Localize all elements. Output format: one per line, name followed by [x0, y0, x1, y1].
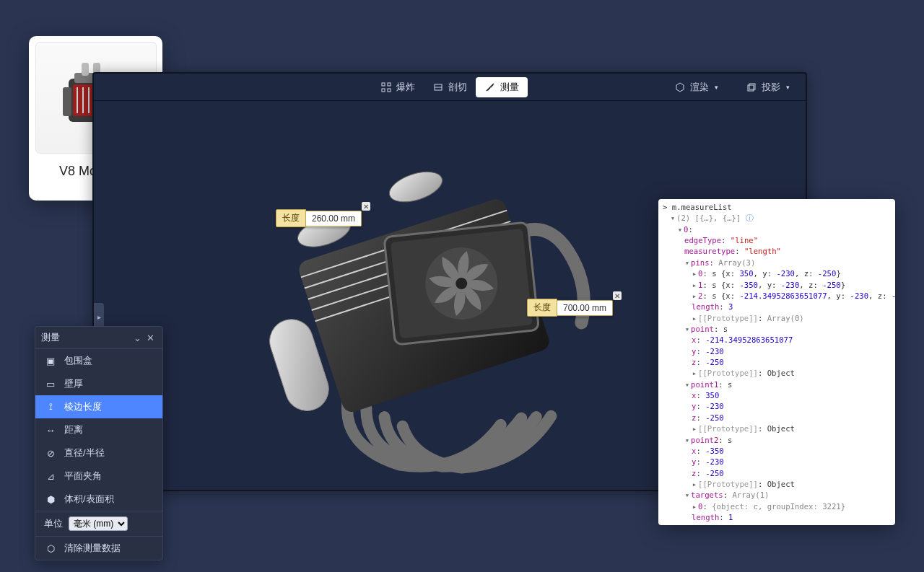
measure-option-radius[interactable]: ⊘直径/半径	[35, 441, 162, 465]
measure-option-label: 直径/半径	[64, 446, 105, 459]
panel-title: 测量	[41, 331, 131, 344]
measure-option-label: 包围盒	[64, 354, 92, 367]
eraser-icon: ⬡	[44, 543, 57, 554]
measurement-callout[interactable]: 长度 700.00 mm ✕	[527, 299, 613, 317]
unit-row: 单位 毫米 (mm)	[35, 511, 162, 536]
projection-label: 投影	[762, 81, 780, 94]
render-dropdown[interactable]: 渲染 ▾	[666, 77, 727, 97]
section-label: 剖切	[448, 81, 467, 94]
close-icon[interactable]: ✕	[144, 331, 157, 344]
unit-select[interactable]: 毫米 (mm)	[69, 516, 128, 531]
svg-rect-14	[382, 83, 385, 86]
close-icon[interactable]: ✕	[613, 291, 622, 300]
measure-option-thickness[interactable]: ▭壁厚	[35, 372, 162, 395]
callout-label: 长度	[527, 299, 557, 317]
projection-icon	[746, 82, 757, 93]
volume-icon: ⬢	[44, 494, 57, 505]
explode-button[interactable]: 爆炸	[372, 77, 424, 97]
measure-option-label: 平面夹角	[64, 470, 102, 483]
clear-measurements-button[interactable]: ⬡ 清除测量数据	[35, 537, 162, 560]
svg-rect-15	[388, 83, 391, 86]
svg-rect-16	[382, 89, 385, 92]
measure-option-label: 距离	[64, 423, 83, 436]
viewer-toolbar: 爆炸 剖切 测量 渲染 ▾ 投影 ▾	[94, 74, 806, 101]
measure-icon	[484, 82, 496, 93]
measure-option-angle[interactable]: ⊿平面夹角	[35, 465, 162, 488]
render-icon	[674, 82, 686, 93]
measurement-callout[interactable]: 长度 260.00 mm ✕	[276, 209, 362, 227]
callout-value: 260.00 mm	[306, 211, 362, 226]
explode-icon	[380, 82, 392, 93]
measure-option-edge-length[interactable]: ⟟棱边长度	[35, 395, 162, 418]
measure-label: 测量	[500, 81, 519, 94]
angle-icon: ⊿	[44, 471, 57, 482]
svg-rect-17	[388, 89, 391, 92]
edge-length-icon: ⟟	[44, 401, 57, 413]
render-label: 渲染	[690, 81, 709, 94]
bbox-icon: ▣	[44, 356, 57, 366]
radius-icon: ⊘	[44, 448, 57, 459]
measure-option-label: 体积/表面积	[64, 493, 114, 506]
devtools-panel[interactable]: > m.measureList▾(2) [{…}, {…}] ⓘ▾0:edgeT…	[658, 199, 895, 525]
projection-dropdown[interactable]: 投影 ▾	[737, 77, 798, 97]
unit-label: 单位	[44, 517, 63, 530]
svg-rect-21	[749, 84, 755, 89]
measure-option-bbox[interactable]: ▣包围盒	[35, 349, 162, 372]
measure-option-volume[interactable]: ⬢体积/表面积	[35, 488, 162, 511]
chevron-down-icon: ▾	[715, 84, 718, 91]
distance-icon: ↔	[44, 425, 57, 436]
measure-panel: 测量 ⌄ ✕ ▣包围盒▭壁厚⟟棱边长度↔距离⊘直径/半径⊿平面夹角⬢体积/表面积…	[35, 326, 163, 560]
callout-value: 700.00 mm	[557, 300, 613, 316]
svg-point-29	[385, 166, 445, 208]
clear-label: 清除测量数据	[64, 542, 121, 555]
measure-option-label: 棱边长度	[64, 400, 102, 413]
measure-button[interactable]: 测量	[476, 77, 528, 97]
svg-rect-12	[82, 63, 89, 76]
svg-rect-20	[748, 85, 754, 91]
measure-option-distance[interactable]: ↔距离	[35, 418, 162, 441]
callout-label: 长度	[276, 209, 306, 227]
close-icon[interactable]: ✕	[362, 202, 370, 211]
section-icon	[432, 82, 444, 93]
devtools-content[interactable]: > m.measureList▾(2) [{…}, {…}] ⓘ▾0:edgeT…	[658, 199, 895, 525]
measure-option-label: 壁厚	[64, 377, 83, 390]
svg-rect-10	[63, 87, 71, 116]
chevron-down-icon: ▾	[786, 84, 790, 91]
explode-label: 爆炸	[396, 81, 415, 94]
thickness-icon: ▭	[44, 379, 57, 390]
chevron-down-icon[interactable]: ⌄	[131, 331, 144, 344]
section-button[interactable]: 剖切	[424, 77, 476, 97]
